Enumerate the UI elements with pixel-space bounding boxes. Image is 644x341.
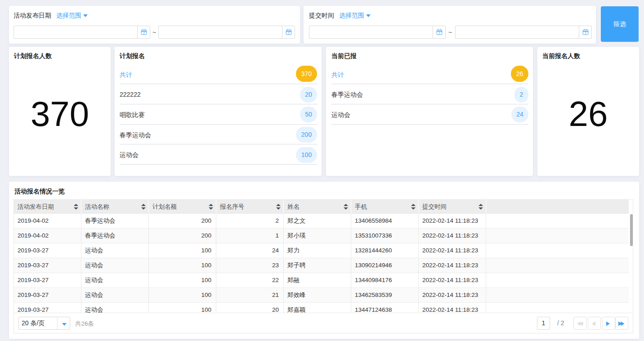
svg-text:7: 7 [288, 31, 290, 35]
svg-text:7: 7 [585, 31, 587, 35]
svg-text:7: 7 [143, 31, 145, 35]
svg-text:7: 7 [438, 31, 441, 35]
